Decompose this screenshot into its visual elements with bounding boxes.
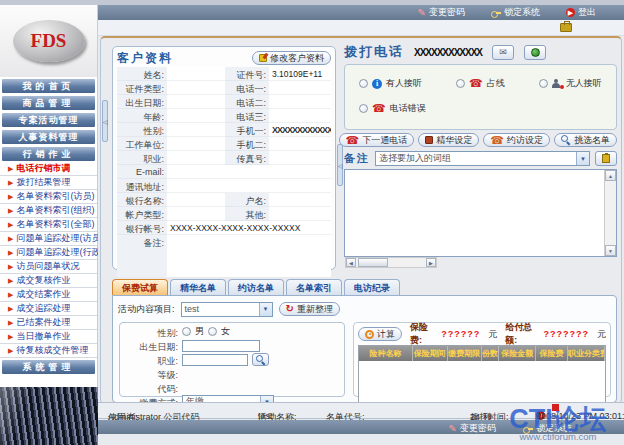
field-label: 传真号: [225, 151, 269, 165]
sidebar-item-deal-review[interactable]: ▶成交复核作业 [0, 274, 97, 288]
sidebar-item-same-day-cancel[interactable]: ▶当日撤单作业 [0, 330, 97, 344]
phone1-value [269, 81, 331, 95]
panel-split-handle[interactable]: ◁ [337, 144, 343, 186]
scroll-down-icon[interactable]: ▼ [605, 245, 616, 256]
highlight-setting-button[interactable]: 精华设定 [418, 133, 479, 147]
briefcase-icon[interactable] [560, 23, 572, 32]
redial-button[interactable] [524, 45, 546, 60]
sidebar-section-my-home[interactable]: 我的首页 [1, 78, 96, 94]
message-button[interactable]: ✉ [492, 45, 514, 60]
fax-value [269, 151, 331, 165]
lock-system-link[interactable]: 锁定系统 [491, 6, 540, 19]
sidebar-collapse-handle[interactable]: ◁ [102, 100, 108, 142]
field-label: 帐户类型: [117, 207, 167, 221]
mobile2-value [269, 137, 331, 151]
dial-notes-textarea[interactable]: ▲ ▼ ◀ ▶ [344, 169, 617, 257]
radio-circle [456, 79, 465, 88]
sidebar-item-list-index-org[interactable]: ▶名单资料索引(组织) [0, 204, 97, 218]
radio-circle [359, 79, 368, 88]
appointment-setting-button[interactable]: ☎ 约访设定 [483, 133, 550, 147]
sidebar-item-pending-review-deals[interactable]: ▶待复核成交件管理 [0, 344, 97, 358]
tab-premium-calc[interactable]: 保费试算 [112, 279, 168, 295]
pencil-icon: ✎ [418, 8, 426, 18]
key-icon [491, 10, 501, 16]
job-input[interactable] [182, 354, 248, 366]
sidebar-section-product-mgmt[interactable]: 商品管理 [1, 95, 96, 111]
email-label: E-mail: [117, 165, 167, 179]
age-value [167, 109, 225, 123]
vertical-scrollbar[interactable]: ▲ ▼ [604, 170, 616, 256]
footer-lock-system-link[interactable]: 锁定系统 [523, 422, 572, 435]
refresh-button[interactable]: ↻ 重新整理 [279, 302, 340, 316]
sidebar-section-hr-mgmt[interactable]: 人事资料管理 [1, 129, 96, 145]
sidebar-section-campaign-mgmt[interactable]: 专案活动管理 [1, 112, 96, 128]
scroll-left-icon[interactable]: ◀ [346, 258, 356, 267]
activity-item-select[interactable]: test ▼ [181, 302, 273, 317]
field-label: 工作单位: [117, 137, 167, 151]
tab-call-records[interactable]: 电访纪录 [344, 279, 400, 295]
insert-phrase-button[interactable] [595, 151, 617, 166]
error-phone-icon: ☎ [372, 103, 386, 114]
field-label: 其他: [225, 207, 269, 221]
sidebar-item-agent-issue-status[interactable]: ▶访员问题单状况 [0, 260, 97, 274]
radio-answered[interactable]: i 有人接听 [359, 77, 422, 90]
sidebar-section-marketing-ops[interactable]: 行销作业 [1, 146, 96, 162]
customer-panel-title: 客户资料 [117, 50, 173, 67]
radio-female[interactable]: 女 [208, 325, 230, 338]
phrase-select[interactable]: 选择要加入的词组 ▼ [375, 151, 590, 166]
sidebar-item-issue-track-admin[interactable]: ▶问题单追踪处理(行政) [0, 246, 97, 260]
footer-change-password-link[interactable]: ✎ 变更密码 [449, 422, 496, 435]
logout-link[interactable]: ▶ 登出 [566, 6, 596, 19]
arrow-icon: ▶ [8, 263, 13, 270]
scroll-up-icon[interactable]: ▲ [605, 170, 616, 181]
lock-system-label: 锁定系统 [504, 6, 540, 19]
sidebar-section-system-mgmt[interactable]: 系统管理 [1, 359, 96, 375]
job-search-button[interactable] [252, 353, 269, 366]
calculate-button[interactable]: 计算 [358, 327, 402, 341]
magnifier-icon [256, 355, 266, 365]
sidebar-item-deal-close[interactable]: ▶成交结案作业 [0, 288, 97, 302]
sidebar-item-issue-track-agent[interactable]: ▶问题单追踪处理(访员) [0, 232, 97, 246]
scroll-thumb[interactable] [358, 258, 388, 267]
pick-list-button[interactable]: 挑选名单 [554, 133, 617, 147]
appointment-icon: ☎ [490, 135, 504, 146]
sidebar-item-deal-track[interactable]: ▶成交追踪处理 [0, 302, 97, 316]
arrow-icon: ▶ [8, 319, 13, 326]
arrow-icon: ▶ [8, 193, 13, 200]
utility-strip [98, 20, 624, 36]
tab-highlight-list[interactable]: 精华名单 [170, 279, 226, 295]
refresh-icon: ↻ [286, 304, 294, 314]
radio-busy[interactable]: ☎ 占线 [456, 77, 505, 90]
radio-no-answer[interactable]: 无人接听 [539, 77, 602, 90]
radio-wrong-number[interactable]: ☎ 电话错误 [359, 102, 606, 115]
bank-name-value [167, 193, 225, 207]
tab-appointment-list[interactable]: 约访名单 [228, 279, 284, 295]
top-bar: ✎ 变更密码 锁定系统 ▶ 登出 [98, 5, 624, 20]
radio-male[interactable]: 男 [182, 325, 204, 338]
envelope-icon: ✉ [499, 48, 507, 57]
premium-table-header: 险种名称 保险期间 缴费期限 份数 保险金额 保险费 职业分类费率 [359, 346, 605, 361]
tab-list-index[interactable]: 名单索引 [286, 279, 342, 295]
sidebar-item-phone-survey[interactable]: ▶电话行销市调 [0, 162, 97, 176]
horizontal-scrollbar[interactable]: ◀ ▶ [345, 257, 437, 268]
magnifier-icon [561, 135, 571, 145]
logo-text: FDS [31, 30, 67, 52]
next-call-button[interactable]: ☎ 下一通电话 [339, 133, 415, 147]
logo-oval: FDS [13, 20, 85, 62]
edit-lock-icon [259, 54, 267, 62]
sidebar-item-list-index-agent[interactable]: ▶名单资料索引(访员) [0, 190, 97, 204]
birth-input[interactable] [182, 340, 260, 352]
key-icon [523, 426, 533, 432]
customer-panel: 客户资料 修改客户资料 姓名: 证件号:3.10109E+11 证件类型: 电话… [112, 46, 336, 270]
call-result-box: i 有人接听 ☎ 占线 无人接听 ☎ 电话错误 [344, 64, 617, 130]
edit-customer-button[interactable]: 修改客户资料 [252, 51, 331, 65]
mobile1-value: XXXXXXXXXXXX [269, 123, 331, 137]
sidebar-item-closed-cases[interactable]: ▶已结案件处理 [0, 316, 97, 330]
premium-table: 险种名称 保险期间 缴费期限 份数 保险金额 保险费 职业分类费率 [358, 345, 606, 404]
calc-target-icon [365, 330, 374, 339]
sidebar-item-list-index-all[interactable]: ▶名单资料索引(全部) [0, 218, 97, 232]
sidebar-item-dial-results[interactable]: ▶拨打结果管理 [0, 176, 97, 190]
scroll-right-icon[interactable]: ▶ [426, 258, 436, 267]
change-password-link[interactable]: ✎ 变更密码 [418, 6, 465, 19]
setting-icon [425, 136, 433, 144]
